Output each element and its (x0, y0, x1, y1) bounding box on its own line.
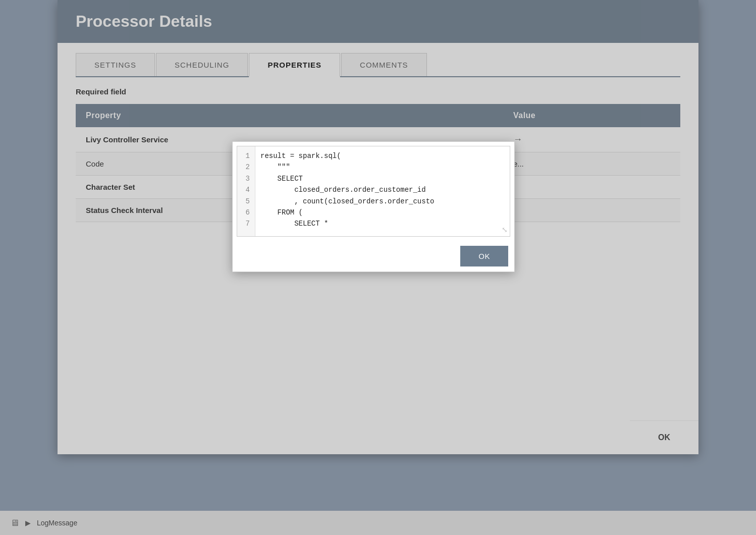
code-popup: 1 2 3 4 5 6 7 result = spark.sql( """ SE… (232, 141, 515, 272)
code-content[interactable]: result = spark.sql( """ SELECT closed_or… (255, 146, 510, 236)
resize-handle-icon[interactable]: ⤡ (502, 226, 508, 234)
code-popup-ok-button[interactable]: OK (460, 246, 508, 266)
line-numbers: 1 2 3 4 5 6 7 (237, 146, 255, 236)
popup-footer: OK (233, 241, 514, 272)
code-editor[interactable]: 1 2 3 4 5 6 7 result = spark.sql( """ SE… (237, 146, 510, 237)
